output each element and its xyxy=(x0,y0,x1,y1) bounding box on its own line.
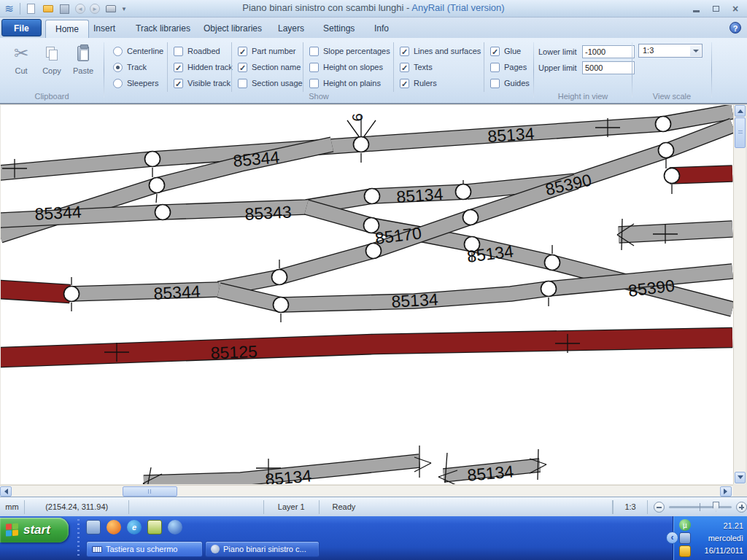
internet-explorer-icon[interactable]: e xyxy=(127,520,142,534)
junction-endpoint[interactable] xyxy=(541,281,557,297)
horizontal-scrollbar[interactable] xyxy=(0,485,733,497)
scroll-left-button[interactable] xyxy=(0,486,12,497)
view-scale-dropdown[interactable]: 1:3 xyxy=(638,44,703,58)
radio-icon[interactable] xyxy=(113,79,123,88)
checkbox-icon[interactable]: ✓ xyxy=(400,63,409,72)
radio-icon[interactable] xyxy=(113,47,123,56)
paste-button[interactable]: Paste xyxy=(68,42,98,88)
zoom-out-icon[interactable] xyxy=(654,502,665,513)
firefox-icon[interactable] xyxy=(107,520,121,534)
start-button[interactable]: start xyxy=(0,518,69,542)
checkbox-glue[interactable]: ✓Glue xyxy=(490,43,533,59)
junction-endpoint[interactable] xyxy=(64,287,80,302)
junction-endpoint[interactable] xyxy=(274,298,289,313)
checkbox-section-usage[interactable]: Section usage xyxy=(238,75,303,91)
junction-endpoint[interactable] xyxy=(155,205,171,220)
checkbox-slope-percentages[interactable]: Slope percentages xyxy=(309,43,393,59)
checkbox-part-number[interactable]: ✓Part number xyxy=(238,43,303,59)
restore-button[interactable] xyxy=(708,3,723,14)
scroll-up-button[interactable] xyxy=(735,105,746,117)
junction-endpoint[interactable] xyxy=(665,168,680,184)
checkbox-lines-and-surfaces[interactable]: ✓Lines and surfaces xyxy=(400,43,484,59)
taskbar-button-anyrail[interactable]: Piano binari sinistro c... xyxy=(205,541,320,557)
checkbox-icon[interactable] xyxy=(174,47,183,56)
checkbox-icon[interactable]: ✓ xyxy=(400,47,409,56)
scroll-right-button[interactable] xyxy=(720,486,732,497)
checkbox-section-name[interactable]: ✓Section name xyxy=(238,59,303,75)
checkbox-icon[interactable] xyxy=(309,79,319,88)
flex-track-segment[interactable] xyxy=(1,289,70,294)
option-label: Section name xyxy=(252,63,301,71)
junction-endpoint[interactable] xyxy=(456,184,471,200)
tab-file[interactable]: File xyxy=(1,19,42,36)
junction-endpoint[interactable] xyxy=(545,255,560,271)
checkbox-pages[interactable]: Pages xyxy=(490,59,533,75)
junction-endpoint[interactable] xyxy=(272,270,287,285)
checkbox-icon[interactable] xyxy=(490,79,500,88)
show-desktop-icon[interactable] xyxy=(86,520,101,534)
tab-home[interactable]: Home xyxy=(45,20,89,38)
checkbox-height-on-plains[interactable]: Height on plains xyxy=(309,75,393,91)
utorrent-icon[interactable]: µ xyxy=(679,519,691,531)
checkbox-guides[interactable]: Guides xyxy=(490,75,533,91)
checkbox-hidden-track[interactable]: ✓Hidden track xyxy=(174,59,231,75)
tab-settings[interactable]: Settings xyxy=(314,20,364,38)
tab-info[interactable]: Info xyxy=(365,20,398,38)
tray-chevron-icon[interactable]: ‹ xyxy=(666,532,678,544)
checkbox-height-on-slopes[interactable]: Height on slopes xyxy=(309,59,393,75)
zoom-slider[interactable] xyxy=(648,500,747,514)
windows-flag-icon xyxy=(6,523,19,537)
junction-endpoint[interactable] xyxy=(656,117,671,132)
radio-track[interactable]: Track xyxy=(113,59,167,75)
checkbox-icon[interactable]: ✓ xyxy=(400,79,409,88)
checkbox-icon[interactable] xyxy=(490,63,500,72)
minimize-button[interactable] xyxy=(689,3,703,14)
checkbox-visible-track[interactable]: ✓Visible track xyxy=(174,75,231,91)
junction-endpoint[interactable] xyxy=(150,178,165,193)
checkbox-icon[interactable]: ✓ xyxy=(490,47,500,56)
junction-endpoint[interactable] xyxy=(354,137,369,152)
checkbox-icon[interactable]: ✓ xyxy=(238,47,247,56)
checkbox-rulers[interactable]: ✓Rulers xyxy=(400,75,484,91)
tab-layers[interactable]: Layers xyxy=(268,20,314,38)
active-layer-indicator[interactable]: Layer 1 xyxy=(264,500,320,514)
scroll-down-button[interactable] xyxy=(735,472,746,483)
tab-object-libraries[interactable]: Object libraries xyxy=(194,20,271,38)
close-button[interactable]: × xyxy=(728,3,743,14)
help-icon[interactable]: ? xyxy=(729,22,741,34)
checkbox-icon[interactable] xyxy=(238,79,247,88)
antivirus-icon[interactable] xyxy=(679,545,691,557)
network-status-icon[interactable] xyxy=(679,532,691,544)
vertical-scrollbar[interactable] xyxy=(733,105,746,484)
checkbox-icon[interactable] xyxy=(309,47,319,56)
junction-endpoint[interactable] xyxy=(659,143,674,158)
lower-limit-input[interactable] xyxy=(582,45,635,58)
junction-endpoint[interactable] xyxy=(145,152,160,167)
vertical-scroll-thumb[interactable] xyxy=(735,117,746,148)
radio-sleepers[interactable]: Sleepers xyxy=(113,75,167,91)
checkbox-icon[interactable] xyxy=(309,63,319,72)
radio-icon[interactable] xyxy=(113,63,123,72)
media-player-icon[interactable] xyxy=(168,520,182,534)
tab-insert[interactable]: Insert xyxy=(84,20,125,38)
tab-track-libraries[interactable]: Track libraries xyxy=(126,20,200,38)
checkbox-roadbed[interactable]: Roadbed xyxy=(174,43,231,59)
taskbar-button-keyboard[interactable]: Tastiera su schermo xyxy=(86,541,203,557)
junction-endpoint[interactable] xyxy=(365,189,380,204)
upper-limit-input[interactable] xyxy=(582,61,635,74)
zoom-slider-track[interactable] xyxy=(669,506,732,508)
option-label: Part number xyxy=(252,47,296,55)
cut-button[interactable]: ✂ Cut xyxy=(6,42,36,88)
checkbox-icon[interactable]: ✓ xyxy=(174,79,183,88)
checkbox-icon[interactable]: ✓ xyxy=(174,63,183,72)
track-plan-canvas[interactable]: 8534485134853448534385134853908517085134… xyxy=(1,105,733,484)
junction-endpoint[interactable] xyxy=(463,210,479,225)
horizontal-scroll-thumb[interactable] xyxy=(123,486,177,497)
checkbox-icon[interactable]: ✓ xyxy=(238,63,247,72)
on-screen-keyboard-icon[interactable] xyxy=(147,520,162,534)
checkbox-texts[interactable]: ✓Texts xyxy=(400,59,484,75)
zoom-slider-thumb[interactable] xyxy=(713,502,719,512)
copy-button[interactable]: Copy xyxy=(36,42,67,88)
radio-centerline[interactable]: Centerline xyxy=(113,43,167,59)
zoom-in-icon[interactable] xyxy=(736,502,747,513)
